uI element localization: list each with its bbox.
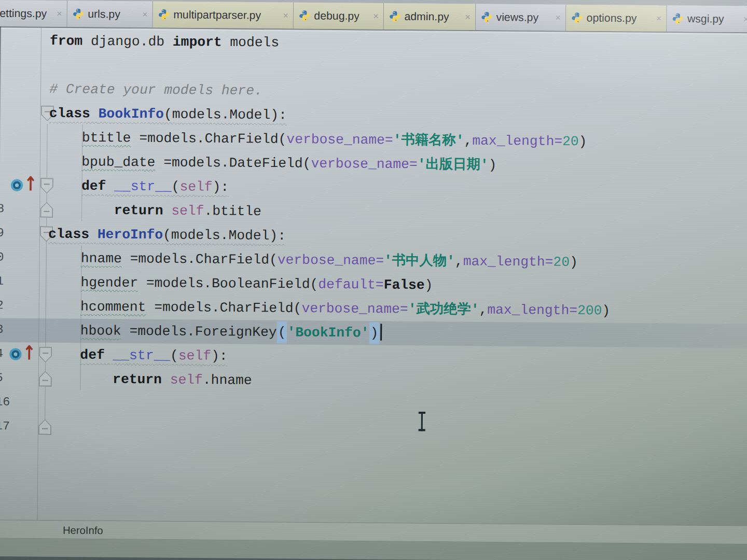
editor-tab[interactable]: views.py ×: [476, 4, 566, 31]
code-token: __str__: [113, 347, 170, 363]
code-token: hcomment: [80, 299, 146, 315]
tab-close-icon[interactable]: ×: [655, 13, 663, 24]
editor-tab[interactable]: admin.py ×: [384, 3, 476, 30]
code-token: BookInfo: [99, 106, 164, 122]
override-circle-icon: [9, 348, 21, 360]
code-token: (: [170, 348, 178, 363]
code-token: ): [602, 303, 610, 318]
code-token: django.db: [82, 33, 173, 50]
code-editor[interactable]: from django.db import models # Create yo…: [0, 26, 747, 526]
code-token: ): [570, 255, 578, 270]
tab-label: multipartparser.py: [173, 8, 261, 22]
breadcrumb-item[interactable]: HeroInfo: [63, 524, 103, 537]
code-token: (: [277, 321, 287, 344]
code-text: return self.hname: [47, 367, 252, 393]
python-icon: [672, 13, 684, 24]
code-token: '书中人物': [384, 253, 455, 269]
editor-tab[interactable]: debug.py ×: [294, 3, 384, 30]
override-method-gutter-icon[interactable]: ↑: [9, 346, 34, 362]
code-token: __str__: [114, 178, 172, 194]
line-number: 2: [0, 299, 4, 312]
code-token: self: [179, 179, 212, 195]
code-token: ,: [455, 254, 463, 269]
code-lines: from django.db import models # Create yo…: [0, 29, 747, 445]
code-token: return: [113, 371, 170, 387]
tab-close-icon[interactable]: ×: [463, 11, 472, 22]
code-token: bpub_date: [81, 154, 155, 170]
code-token: '书籍名称': [393, 132, 464, 148]
code-token: hgender: [80, 275, 138, 291]
code-token: '出版日期': [418, 157, 489, 173]
code-token: max_length=: [472, 133, 562, 149]
mouse-ibeam-cursor: [418, 412, 426, 431]
code-token: 20: [553, 254, 570, 270]
line-number: 17: [0, 419, 10, 433]
code-token: verbose_name=: [301, 301, 408, 317]
tab-close-icon[interactable]: ×: [742, 13, 747, 24]
code-token: ): [488, 157, 496, 173]
code-text: btitle =models.CharField(verbose_name='书…: [49, 125, 587, 154]
code-text: # Create your models here.: [49, 77, 262, 103]
code-token: .btitle: [204, 203, 261, 219]
code-token: ): [369, 322, 379, 344]
code-fold-marker-icon[interactable]: [38, 419, 52, 435]
code-token: =models.BooleanField(: [138, 275, 319, 292]
code-text: def __str__(self):: [49, 174, 229, 199]
tab-close-icon[interactable]: ×: [281, 10, 290, 21]
code-token: (models.Model):: [163, 227, 286, 244]
python-icon: [389, 10, 400, 22]
override-circle-icon: [11, 179, 23, 191]
line-number: 5: [0, 371, 3, 385]
code-token: ):: [211, 348, 228, 364]
tab-label: wsgi.py: [687, 12, 724, 25]
python-icon: [158, 9, 170, 20]
line-number: 9: [0, 226, 4, 240]
code-token: class: [48, 226, 98, 242]
tab-close-icon[interactable]: ×: [554, 12, 562, 23]
code-text: def __str__(self):: [47, 343, 228, 368]
line-number: 3: [0, 323, 4, 337]
code-token: .hname: [203, 372, 252, 388]
tab-label: admin.py: [404, 10, 449, 23]
override-method-gutter-icon[interactable]: ↑: [11, 177, 35, 193]
line-number: 4: [0, 347, 3, 360]
code-token: (: [172, 179, 180, 194]
editor-tab[interactable]: ettings.py ×: [0, 0, 67, 27]
code-token: 'BookInfo': [287, 325, 369, 341]
tab-label: options.py: [587, 11, 637, 24]
tab-label: debug.py: [314, 9, 359, 22]
code-token: =models.CharField(: [146, 299, 301, 316]
code-token: '武功绝学': [408, 301, 479, 317]
code-token: verbose_name=: [311, 156, 418, 172]
code-text: hbook =models.ForeignKey('BookInfo'): [47, 318, 382, 345]
code-token: max_length=: [463, 254, 554, 270]
code-token: ,: [464, 133, 472, 148]
tab-close-icon[interactable]: ×: [141, 9, 149, 20]
tab-close-icon[interactable]: ×: [371, 11, 380, 22]
pycharm-window: ettings.py × urls.py × multipartparser.p…: [0, 0, 747, 560]
code-text: from django.db import models: [50, 29, 280, 55]
code-token: =models.CharField(: [122, 251, 278, 268]
line-number: 16: [0, 395, 10, 409]
tab-close-icon[interactable]: ×: [55, 8, 64, 19]
code-token: =models.CharField(: [131, 130, 286, 147]
code-token: verbose_name=: [278, 252, 384, 269]
editor-tab[interactable]: wsgi.py ×: [667, 5, 747, 32]
code-token: from: [50, 33, 82, 49]
line-number: 1: [0, 274, 4, 288]
code-text: return self.btitle: [48, 198, 261, 224]
python-icon: [571, 12, 583, 23]
code-token: btitle: [82, 130, 131, 146]
python-icon: [73, 8, 84, 20]
editor-tab[interactable]: options.py ×: [566, 5, 667, 32]
editor-tab[interactable]: multipartparser.py ×: [153, 2, 294, 29]
text-caret: [380, 324, 382, 340]
code-text: hcomment =models.CharField(verbose_name=…: [48, 295, 611, 323]
code-token: ): [425, 277, 433, 293]
code-token: class: [49, 105, 99, 121]
tab-label: ettings.py: [0, 7, 47, 20]
tab-label: views.py: [496, 11, 538, 24]
code-token: False: [384, 277, 425, 293]
editor-tab[interactable]: urls.py ×: [67, 1, 153, 27]
line-number: 8: [0, 202, 4, 216]
